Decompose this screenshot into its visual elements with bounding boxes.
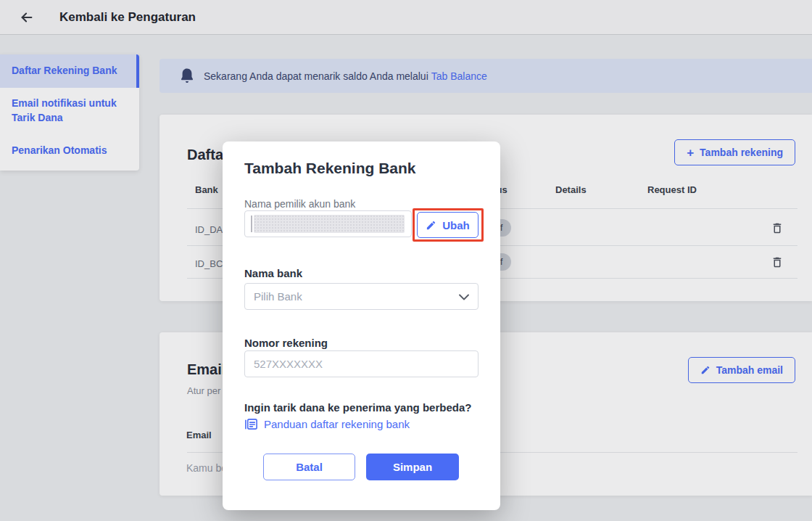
owner-name-label: Nama pemilik akun bank bbox=[244, 198, 355, 210]
bank-name-label: Nama bank bbox=[244, 267, 302, 279]
account-number-input[interactable] bbox=[244, 350, 478, 377]
cancel-button[interactable]: Batal bbox=[263, 454, 355, 480]
add-bank-account-modal: Tambah Rekening Bank Nama pemilik akun b… bbox=[223, 141, 500, 510]
ubah-button[interactable]: Ubah bbox=[417, 212, 478, 238]
bank-select[interactable]: Pilih Bank bbox=[244, 283, 478, 310]
guide-link[interactable]: Panduan daftar rekening bank bbox=[244, 417, 410, 431]
redacted-value bbox=[254, 215, 405, 233]
text-cursor bbox=[251, 216, 252, 232]
pencil-icon bbox=[426, 220, 436, 231]
bank-select-placeholder: Pilih Bank bbox=[254, 290, 302, 303]
owner-name-input[interactable] bbox=[244, 210, 412, 237]
chevron-down-icon bbox=[459, 294, 469, 300]
save-button[interactable]: Simpan bbox=[366, 454, 459, 480]
guide-doc-icon bbox=[244, 417, 258, 431]
account-number-label: Nomor rekening bbox=[244, 337, 328, 349]
different-recipient-question: Ingin tarik dana ke penerima yang berbed… bbox=[244, 401, 471, 414]
modal-title: Tambah Rekening Bank bbox=[244, 160, 416, 177]
